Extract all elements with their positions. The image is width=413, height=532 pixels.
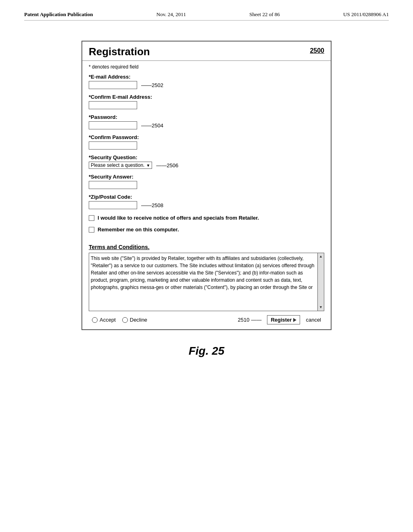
offers-checkbox-group: I would like to receive notice of offers… — [89, 215, 324, 221]
remember-checkbox-label: Remember me on this computer. — [98, 227, 179, 233]
confirm-email-label: *Confirm E-mail Address: — [89, 94, 324, 100]
remember-checkbox[interactable] — [89, 227, 94, 233]
security-answer-field-group: *Security Answer: — [89, 174, 324, 189]
password-input[interactable] — [89, 121, 137, 129]
sheet-label: Sheet 22 of 86 — [249, 11, 280, 18]
decline-label: Decline — [130, 317, 147, 323]
denotes-label: * denotes required field — [89, 64, 324, 70]
confirm-password-label: *Confirm Password: — [89, 134, 324, 140]
terms-textbox[interactable]: This web site ("Site") is provided by Re… — [89, 253, 324, 311]
zip-row: ——2508 — [89, 201, 324, 209]
main-content: Registration 2500 * denotes required fie… — [0, 21, 413, 357]
figure-caption: Fig. 25 — [189, 345, 225, 357]
confirm-password-row — [89, 141, 324, 150]
bottom-row: Accept Decline 2510—— Register c — [89, 311, 324, 324]
registration-body: * denotes required field *E-mail Address… — [82, 61, 331, 324]
confirm-email-row — [89, 101, 324, 109]
registration-title: Registration — [89, 46, 150, 58]
confirm-email-field-group: *Confirm E-mail Address: — [89, 94, 324, 109]
security-question-row: Please select a question. ▼ ——2506 — [89, 162, 324, 169]
confirm-email-input[interactable] — [89, 101, 137, 109]
security-question-ref: ——2506 — [156, 162, 178, 168]
accept-radio-item[interactable]: Accept — [92, 317, 116, 323]
publication-label: Patent Application Publication — [24, 11, 93, 18]
accept-decline-group: Accept Decline — [92, 317, 147, 323]
password-field-group: *Password: ——2504 — [89, 114, 324, 129]
patent-number-label: US 2011/0288906 A1 — [343, 11, 389, 18]
terms-content: This web site ("Site") is provided by Re… — [91, 256, 314, 290]
decline-radio-item[interactable]: Decline — [122, 317, 147, 323]
play-icon — [293, 318, 296, 322]
security-answer-label: *Security Answer: — [89, 174, 324, 180]
security-answer-input[interactable] — [89, 181, 137, 189]
scrollbar-track[interactable]: ▲ ▼ — [317, 253, 324, 311]
password-label: *Password: — [89, 114, 324, 120]
email-label: *E-mail Address: — [89, 74, 324, 80]
scroll-down-icon[interactable]: ▼ — [319, 305, 323, 310]
registration-box: Registration 2500 * denotes required fie… — [81, 41, 332, 330]
zip-input[interactable] — [89, 201, 137, 209]
ref-2510: 2510—— — [238, 317, 261, 323]
chevron-down-icon: ▼ — [146, 163, 150, 168]
zip-ref: ——2508 — [141, 202, 163, 208]
email-input[interactable] — [89, 81, 137, 89]
remember-checkbox-group: Remember me on this computer. — [89, 227, 324, 233]
registration-number: 2500 — [310, 47, 324, 54]
security-question-label: *Security Question: — [89, 154, 324, 160]
email-row: ——2502 — [89, 81, 324, 89]
password-row: ——2504 — [89, 121, 324, 129]
registration-header: Registration 2500 — [82, 42, 331, 61]
security-question-select[interactable]: Please select a question. ▼ — [89, 162, 152, 169]
date-label: Nov. 24, 2011 — [156, 11, 186, 18]
accept-radio[interactable] — [92, 317, 98, 323]
decline-radio[interactable] — [122, 317, 128, 323]
cancel-link[interactable]: cancel — [306, 317, 321, 323]
register-label: Register — [271, 317, 292, 323]
scroll-up-icon[interactable]: ▲ — [319, 254, 323, 260]
password-ref: ——2504 — [141, 123, 163, 129]
security-question-placeholder: Please select a question. — [91, 162, 144, 168]
offers-checkbox-label: I would like to receive notice of offers… — [98, 215, 259, 221]
terms-title: Terms and Conditions. — [89, 244, 324, 250]
zip-field-group: *Zip/Postal Code: ——2508 — [89, 194, 324, 209]
page-header: Patent Application Publication Nov. 24, … — [0, 0, 413, 18]
email-field-group: *E-mail Address: ——2502 — [89, 74, 324, 89]
security-answer-row — [89, 181, 324, 189]
security-question-field-group: *Security Question: Please select a ques… — [89, 154, 324, 169]
zip-label: *Zip/Postal Code: — [89, 194, 324, 200]
accept-label: Accept — [100, 317, 116, 323]
email-ref: ——2502 — [141, 82, 163, 88]
offers-checkbox[interactable] — [89, 215, 94, 221]
confirm-password-field-group: *Confirm Password: — [89, 134, 324, 150]
register-button[interactable]: Register — [267, 315, 300, 324]
bottom-right-controls: 2510—— Register cancel — [238, 315, 321, 324]
confirm-password-input[interactable] — [89, 141, 137, 150]
